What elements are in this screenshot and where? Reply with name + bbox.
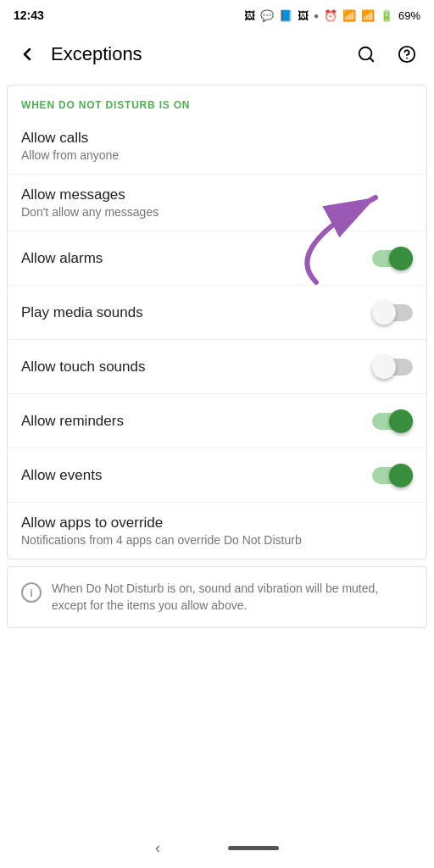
nav-back-button[interactable]: ‹ (155, 839, 160, 857)
allow-calls-title: Allow calls (21, 130, 413, 147)
allow-messages-text: Allow messages Don't allow any messages (21, 186, 413, 219)
main-content: WHEN DO NOT DISTURB IS ON Allow calls Al… (0, 85, 434, 682)
allow-apps-override-subtitle: Notifications from 4 apps can override D… (21, 533, 413, 547)
allow-apps-override-text: Allow apps to override Notifications fro… (21, 515, 413, 547)
extra-icon: 🖼 (298, 9, 309, 22)
wifi-icon: 📶 (342, 9, 356, 22)
app-bar-actions (349, 37, 424, 71)
allow-events-row[interactable]: Allow events (8, 448, 426, 503)
play-media-sounds-title: Play media sounds (21, 304, 372, 321)
nav-home-pill[interactable] (228, 846, 279, 850)
allow-touch-sounds-text: Allow touch sounds (21, 359, 372, 376)
alarm-icon: ⏰ (324, 9, 337, 22)
battery-icon: 🔋 (380, 9, 393, 22)
photo-icon: 🖼 (244, 9, 255, 22)
allow-calls-row[interactable]: Allow calls Allow from anyone (8, 118, 426, 175)
whatsapp-icon: 💬 (260, 9, 274, 22)
settings-section: WHEN DO NOT DISTURB IS ON Allow calls Al… (7, 85, 427, 559)
play-media-sounds-row[interactable]: Play media sounds (8, 286, 426, 340)
allow-reminders-toggle[interactable] (372, 409, 413, 433)
page-title: Exceptions (51, 43, 349, 65)
allow-events-title: Allow events (21, 467, 372, 484)
play-media-sounds-text: Play media sounds (21, 304, 372, 321)
allow-alarms-toggle-thumb (389, 247, 413, 270)
allow-touch-sounds-toggle[interactable] (372, 355, 413, 379)
allow-messages-subtitle: Don't allow any messages (21, 205, 413, 219)
help-button[interactable] (390, 37, 424, 71)
search-button[interactable] (349, 37, 383, 71)
allow-reminders-row[interactable]: Allow reminders (8, 394, 426, 448)
allow-apps-override-title: Allow apps to override (21, 515, 413, 531)
allow-messages-row[interactable]: Allow messages Don't allow any messages (8, 175, 426, 231)
allow-alarms-toggle[interactable] (372, 247, 413, 270)
app-bar: Exceptions (0, 31, 434, 78)
allow-alarms-title: Allow alarms (21, 250, 372, 267)
allow-touch-sounds-row[interactable]: Allow touch sounds (8, 340, 426, 394)
info-text: When Do Not Disturb is on, sound and vib… (52, 581, 413, 614)
dot-icon: ● (314, 11, 319, 20)
allow-alarms-row[interactable]: Allow alarms (8, 231, 426, 286)
allow-apps-override-row[interactable]: Allow apps to override Notifications fro… (8, 503, 426, 559)
play-media-sounds-toggle-thumb (372, 301, 396, 325)
info-footer: i When Do Not Disturb is on, sound and v… (7, 566, 427, 628)
bottom-nav: ‹ (0, 827, 434, 868)
allow-reminders-text: Allow reminders (21, 413, 372, 430)
battery-percent: 69% (398, 9, 420, 22)
allow-calls-subtitle: Allow from anyone (21, 148, 413, 162)
signal-icon: 📶 (361, 9, 375, 22)
info-icon: i (21, 582, 42, 603)
allow-calls-text: Allow calls Allow from anyone (21, 130, 413, 162)
status-bar: 12:43 🖼 💬 📘 🖼 ● ⏰ 📶 📶 🔋 69% (0, 0, 434, 31)
allow-touch-sounds-toggle-thumb (372, 355, 396, 379)
allow-alarms-text: Allow alarms (21, 250, 372, 267)
allow-messages-title: Allow messages (21, 186, 413, 203)
facebook-icon: 📘 (279, 9, 292, 22)
section-header: WHEN DO NOT DISTURB IS ON (8, 86, 426, 118)
allow-reminders-title: Allow reminders (21, 413, 372, 430)
allow-touch-sounds-title: Allow touch sounds (21, 359, 372, 376)
svg-line-1 (370, 58, 373, 61)
status-icons: 🖼 💬 📘 🖼 ● ⏰ 📶 📶 🔋 69% (244, 9, 420, 22)
allow-events-toggle-thumb (389, 464, 413, 487)
allow-events-text: Allow events (21, 467, 372, 484)
allow-reminders-toggle-thumb (389, 409, 413, 433)
rows-container: Allow calls Allow from anyone Allow mess… (8, 118, 426, 559)
back-button[interactable] (10, 37, 44, 71)
allow-events-toggle[interactable] (372, 464, 413, 487)
status-time: 12:43 (14, 8, 44, 22)
play-media-sounds-toggle[interactable] (372, 301, 413, 325)
